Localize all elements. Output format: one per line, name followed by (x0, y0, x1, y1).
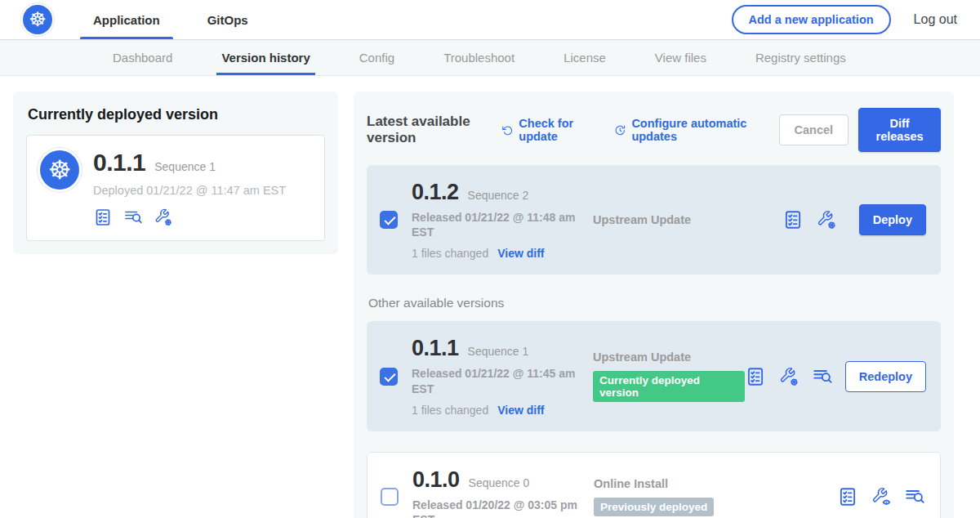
version-actions: Redeploy (745, 361, 928, 392)
top-nav: ☸ Application GitOps Add a new applicati… (0, 0, 980, 40)
version-row-0-1-2: 0.1.2 Sequence 2 Released 01/21/22 @ 11:… (367, 165, 941, 275)
subtab-dashboard-label: Dashboard (113, 51, 172, 65)
redeploy-button[interactable]: Redeploy (845, 361, 926, 392)
version-status: Online Install Previously deployed (586, 477, 837, 516)
subtab-view-files[interactable]: View files (630, 40, 731, 75)
edit-config-icon[interactable] (778, 366, 800, 387)
app-sub-nav: Dashboard Version history Config Trouble… (0, 40, 980, 76)
deployed-panel-title: Currently deployed version (28, 106, 323, 123)
view-config-icon[interactable] (871, 486, 892, 507)
released-timestamp: Released 01/20/22 @ 03:05 pm EST (412, 498, 586, 518)
refresh-icon (501, 123, 514, 138)
version-source-label: Upstream Update (593, 351, 745, 364)
available-panel-title: Latest available version (367, 114, 488, 146)
view-diff-link[interactable]: View diff (497, 404, 544, 417)
files-changed-label: 1 files changed (412, 247, 488, 260)
version-status: Upstream Update (585, 213, 782, 226)
edit-config-icon[interactable] (816, 209, 837, 230)
deploy-logs-icon[interactable] (812, 366, 833, 387)
version-number: 0.1.2 (412, 180, 459, 205)
tab-application[interactable]: Application (80, 0, 173, 39)
subtab-license-label: License (564, 51, 606, 65)
logout-link[interactable]: Log out (914, 12, 957, 27)
currently-deployed-badge: Currently deployed version (593, 371, 745, 402)
tab-gitops[interactable]: GitOps (194, 0, 261, 39)
kubernetes-logo-icon: ☸ (23, 5, 52, 34)
deploy-logs-icon[interactable] (123, 208, 143, 227)
version-info: 0.1.1 Sequence 1 Released 01/21/22 @ 11:… (412, 336, 585, 416)
cancel-button[interactable]: Cancel (779, 114, 849, 145)
deployed-version-info: 0.1.1 Sequence 1 Deployed 01/21/22 @ 11:… (93, 149, 286, 227)
currently-deployed-panel: Currently deployed version ☸ 0.1.1 Seque… (13, 92, 338, 254)
kubernetes-app-icon: ☸ (40, 150, 79, 190)
subtab-version-history[interactable]: Version history (197, 40, 334, 75)
version-row-0-1-1: 0.1.1 Sequence 1 Released 01/21/22 @ 11:… (367, 321, 941, 431)
subtab-license[interactable]: License (539, 40, 630, 75)
released-timestamp: Released 01/21/22 @ 11:45 am EST (412, 366, 585, 395)
version-actions: Deploy (782, 204, 928, 235)
deployed-version-number: 0.1.1 (93, 149, 145, 176)
version-info: 0.1.2 Sequence 2 Released 01/21/22 @ 11:… (412, 180, 585, 260)
configure-auto-updates-label: Configure automatic updates (631, 117, 757, 143)
version-checkbox[interactable] (381, 488, 399, 506)
available-versions-panel: Latest available version Check for updat… (354, 92, 954, 518)
auto-update-clock-icon (614, 123, 626, 138)
version-checkbox[interactable] (380, 211, 398, 229)
preflight-checklist-icon[interactable] (745, 366, 766, 387)
subtab-troubleshoot[interactable]: Troubleshoot (419, 40, 539, 75)
tab-application-label: Application (93, 13, 160, 27)
preflight-checklist-icon[interactable] (782, 209, 804, 230)
app-logo: ☸ (23, 0, 52, 39)
tab-gitops-label: GitOps (207, 13, 248, 27)
subtab-version-history-label: Version history (221, 51, 310, 65)
edit-config-icon[interactable] (154, 208, 173, 227)
sequence-label: Sequence 0 (469, 476, 530, 489)
subtab-config[interactable]: Config (335, 40, 419, 75)
view-diff-link[interactable]: View diff (497, 247, 544, 260)
released-timestamp: Released 01/21/22 @ 11:48 am EST (412, 210, 585, 239)
version-number: 0.1.1 (412, 336, 459, 361)
top-nav-right: Add a new application Log out (732, 0, 980, 39)
version-row-0-1-0: 0.1.0 Sequence 0 Released 01/20/22 @ 03:… (367, 452, 941, 518)
check-for-update-label: Check for update (519, 117, 593, 143)
subtab-dashboard[interactable]: Dashboard (88, 40, 197, 75)
deploy-logs-icon[interactable] (904, 486, 925, 507)
deployed-timestamp: Deployed 01/21/22 @ 11:47 am EST (93, 184, 286, 197)
version-number: 0.1.0 (412, 467, 460, 493)
other-versions-title: Other available versions (368, 296, 939, 310)
subtab-registry-settings[interactable]: Registry settings (731, 40, 871, 75)
preflight-checklist-icon[interactable] (837, 486, 858, 507)
top-tabs: Application GitOps (80, 0, 283, 39)
previously-deployed-badge: Previously deployed (594, 498, 714, 516)
deployed-sequence-label: Sequence 1 (154, 160, 216, 173)
subtab-view-files-label: View files (655, 51, 706, 65)
subtab-registry-settings-label: Registry settings (755, 51, 846, 65)
configure-auto-updates-link[interactable]: Configure automatic updates (614, 117, 758, 143)
add-application-button[interactable]: Add a new application (732, 5, 891, 34)
diff-releases-button[interactable]: Diff releases (858, 108, 941, 152)
deploy-button[interactable]: Deploy (859, 204, 926, 235)
available-panel-header: Latest available version Check for updat… (367, 108, 941, 152)
main-content: Currently deployed version ☸ 0.1.1 Seque… (0, 76, 980, 518)
subtab-troubleshoot-label: Troubleshoot (443, 51, 514, 65)
sequence-label: Sequence 2 (468, 189, 529, 202)
version-source-label: Online Install (594, 477, 837, 490)
files-changed-label: 1 files changed (412, 404, 488, 417)
sequence-label: Sequence 1 (468, 345, 529, 358)
deployed-version-card: ☸ 0.1.1 Sequence 1 Deployed 01/21/22 @ 1… (26, 135, 325, 241)
preflight-checklist-icon[interactable] (93, 208, 113, 227)
version-checkbox[interactable] (380, 368, 398, 386)
version-info: 0.1.0 Sequence 0 Released 01/20/22 @ 03:… (412, 467, 586, 518)
version-source-label: Upstream Update (593, 213, 782, 226)
check-for-update-link[interactable]: Check for update (501, 117, 593, 143)
version-status: Upstream Update Currently deployed versi… (585, 351, 745, 402)
version-actions (837, 486, 927, 507)
subtab-config-label: Config (359, 51, 394, 65)
